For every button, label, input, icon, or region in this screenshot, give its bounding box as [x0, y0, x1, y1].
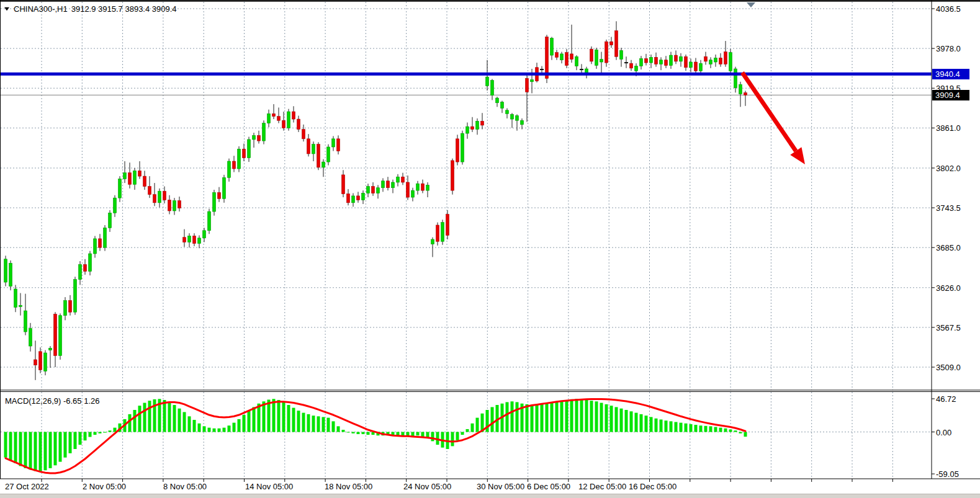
time-axis-label: 6 Dec 05:00: [527, 482, 570, 491]
time-axis-label: 30 Nov 05:00: [477, 482, 524, 491]
resistance-price-badge: 3940.4: [932, 69, 969, 79]
time-axis-label: 18 Nov 05:00: [325, 482, 372, 491]
price-axis-label: 4036.5: [936, 4, 961, 14]
macd-axis-label: 46.72: [936, 394, 956, 404]
chart-area[interactable]: [0, 1, 980, 498]
time-axis-label: 14 Nov 05:00: [245, 482, 293, 491]
price-axis-label: 3509.0: [936, 362, 961, 371]
chart-title: CHINA300-,H1 3912.9 3915.7 3893.4 3909.4: [4, 4, 177, 14]
price-axis-label: 3567.5: [936, 322, 961, 332]
time-axis-label: 24 Nov 05:00: [403, 482, 451, 491]
last-price-badge: 3909.4: [932, 90, 969, 100]
price-axis-label: 3685.0: [936, 243, 961, 252]
window-bottom-edge: [0, 494, 980, 498]
time-axis-label: 16 Dec 05:00: [629, 482, 677, 491]
ohlc-values: 3912.9 3915.7 3893.4 3909.4: [71, 4, 177, 14]
time-axis-label: 12 Dec 05:00: [578, 482, 626, 491]
mt4-chart-window: CHINA300-,H1 3912.9 3915.7 3893.4 3909.4…: [0, 0, 980, 498]
price-axis-label: 3802.0: [936, 163, 961, 172]
macd-axis-label: -59.05: [936, 469, 959, 479]
indicator-label: MACD(12,26,9) -6.65 1.26: [5, 396, 99, 406]
price-axis-label: 3743.5: [936, 203, 961, 213]
price-axis-label: 3978.0: [936, 44, 961, 53]
symbol-dropdown-icon[interactable]: [4, 7, 9, 11]
symbol-timeframe-label: CHINA300-,H1: [14, 4, 68, 14]
price-axis-label: 3626.0: [936, 283, 961, 292]
time-axis-label: 2 Nov 05:00: [83, 482, 126, 491]
time-axis-label: 8 Nov 05:00: [163, 482, 207, 491]
time-axis-label: 27 Oct 2022: [5, 482, 49, 491]
macd-axis-label: 0.00: [936, 427, 951, 437]
price-axis-label: 3861.0: [936, 123, 961, 133]
